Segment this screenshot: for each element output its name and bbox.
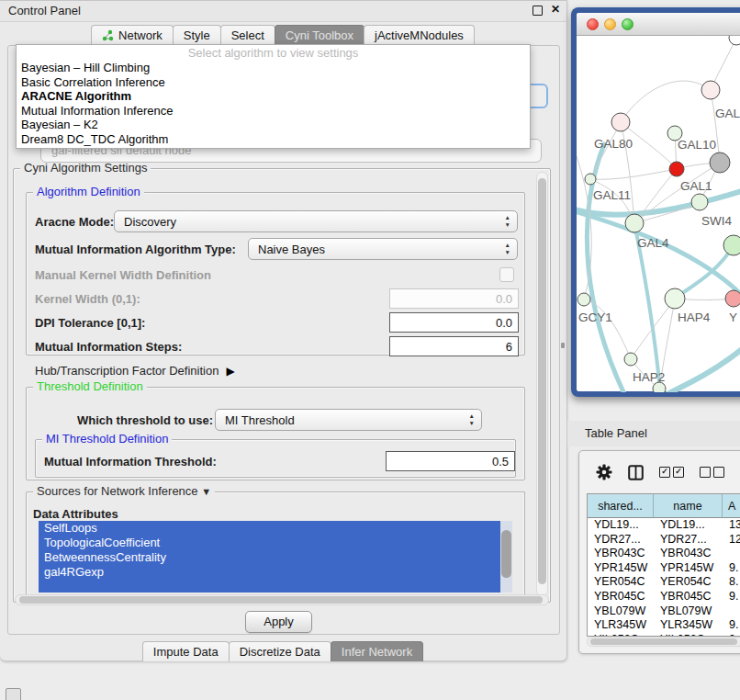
mi-steps-field[interactable] [389,336,519,356]
network-view-window[interactable]: GALGAL80GAL10GAL1GAL11SWI4GAL4GCY1HAP4YH… [571,7,740,397]
node-table[interactable]: shared... name A YDL19...YDL19...13YDR27… [587,493,740,637]
column-header-partial[interactable]: A [723,494,740,518]
network-node[interactable] [701,81,720,99]
apply-button[interactable]: Apply [245,611,312,633]
table-cell[interactable]: 8. [723,575,740,590]
table-horizontal-scrollbar[interactable] [587,637,740,647]
table-cell[interactable]: YLR345W [588,618,654,633]
table-row[interactable]: YBR045CYBR045C9. [588,590,740,604]
tab-style[interactable]: Style [173,25,221,45]
network-node[interactable] [669,162,684,176]
mi-algorithm-type-select[interactable]: Naive Bayes ▲▼ [248,238,518,260]
table-row[interactable]: YBR043CYBR043C [588,547,740,561]
network-node[interactable] [710,152,730,173]
table-row[interactable]: YLR345WYLR345W9. [588,618,740,633]
network-node[interactable] [691,194,708,210]
deselect-all-checkboxes-icon[interactable] [700,467,724,478]
mi-threshold-field[interactable] [386,451,515,471]
network-node[interactable] [723,235,740,255]
table-cell[interactable]: YDR27... [588,533,654,548]
column-header-name[interactable]: name [654,494,723,518]
dpi-tolerance-field[interactable] [389,312,519,333]
network-node[interactable] [611,113,630,131]
list-scrollbar[interactable] [500,521,512,593]
algorithm-option[interactable]: Dream8 DC_TDC Algorithm [17,132,530,147]
table-cell[interactable]: YDR27... [654,533,723,548]
table-cell[interactable]: 12 [723,533,740,548]
window-minimize-icon[interactable] [604,18,616,30]
table-cell[interactable]: YDL19... [654,518,723,533]
panel-splitter-handle[interactable] [561,343,565,348]
settings-horizontal-scrollbar[interactable] [15,594,549,605]
data-attributes-list[interactable]: SelfLoopsTopologicalCoefficientBetweenne… [39,521,512,593]
float-window-icon[interactable] [533,6,543,16]
network-node[interactable] [665,288,685,309]
kernel-width-field[interactable] [389,288,519,309]
close-icon[interactable]: ✕ [551,3,560,16]
network-node[interactable] [725,290,740,307]
network-node[interactable] [625,214,644,232]
table-cell[interactable] [723,604,740,619]
table-row[interactable]: YPR145WYPR145W9. [588,561,740,576]
tab-select[interactable]: Select [220,25,275,45]
dock-panel-icon[interactable] [6,688,21,700]
table-cell[interactable]: YPR145W [588,561,654,576]
select-all-checkboxes-icon[interactable]: ✓✓ [659,467,684,478]
algorithm-option[interactable]: Bayesian – Hill Climbing [17,61,530,75]
attribute-item[interactable]: SelfLoops [39,521,500,536]
table-row[interactable]: YBL079WYBL079W [588,604,740,619]
table-cell[interactable]: YBR045C [588,590,654,604]
table-row[interactable]: YDR27...YDR27...12 [588,533,740,548]
algorithm-option[interactable]: Basic Correlation Inference [17,75,530,90]
attribute-item[interactable]: TopologicalCoefficient [39,536,500,550]
table-cell[interactable]: 13 [723,518,740,533]
table-cell[interactable]: YER054C [588,575,654,590]
table-cell[interactable]: YBL079W [654,604,723,619]
network-node[interactable] [729,36,740,45]
manual-kernel-checkbox[interactable] [499,267,514,282]
expanded-arrow-icon: ▼ [201,486,211,497]
table-cell[interactable] [723,547,740,561]
table-cell[interactable]: 9. [723,590,740,604]
gear-icon[interactable] [596,464,612,480]
tab-discretize-data[interactable]: Discretize Data [229,641,331,661]
attribute-item[interactable]: gal4RGexp [39,565,500,580]
table-cell[interactable]: YPR145W [654,561,723,576]
settings-vertical-scrollbar[interactable] [536,172,548,596]
table-cell[interactable]: YLR345W [654,618,723,633]
aracne-mode-select[interactable]: Discovery ▲▼ [114,210,518,232]
algorithm-option[interactable]: Bayesian – K2 [17,118,530,132]
window-close-icon[interactable] [587,18,599,30]
tab-network[interactable]: Network [91,25,174,45]
network-canvas[interactable]: GALGAL80GAL10GAL1GAL11SWI4GAL4GCY1HAP4YH… [577,36,740,392]
algorithm-option[interactable]: ARACNE Algorithm [17,89,530,104]
network-node[interactable] [653,382,666,392]
which-threshold-select[interactable]: MI Threshold ▲▼ [215,409,482,431]
network-node[interactable] [577,293,590,306]
algorithm-option[interactable]: Mutual Information Inference [17,104,530,119]
hub-definition-toggle[interactable]: Hub/Transcription Factor Definition▶ [35,364,235,378]
table-cell[interactable]: YBR043C [588,547,654,561]
network-node[interactable] [624,353,637,366]
table-row[interactable]: YER054CYER054C8. [588,575,740,590]
column-header-shared-name[interactable]: shared... [588,494,654,518]
table-cell[interactable]: 9. [723,561,740,576]
tab-infer-network[interactable]: Infer Network [331,641,423,661]
table-row[interactable]: YDL19...YDL19...13 [588,518,740,533]
sources-title[interactable]: Sources for Network Inference ▼ [33,484,215,498]
window-zoom-icon[interactable] [622,18,633,30]
table-panel-header: Table Panel [567,421,740,446]
attribute-item[interactable]: BetweennessCentrality [39,550,500,565]
table-cell[interactable]: YBL079W [588,604,654,619]
table-cell[interactable]: YDL19... [588,518,654,533]
table-cell[interactable]: YER054C [654,575,723,590]
network-node[interactable] [585,174,596,185]
table-cell[interactable]: YBR045C [654,590,723,604]
stepper-arrows-icon: ▲▼ [505,214,510,229]
tab-impute-data[interactable]: Impute Data [142,641,230,661]
table-cell[interactable]: YBR043C [654,547,723,561]
tab-jactivemnodules[interactable]: jActiveMNodules [364,25,475,45]
table-cell[interactable]: 9. [723,618,740,633]
tab-cyni-toolbox[interactable]: Cyni Toolbox [275,25,364,45]
columns-icon[interactable] [628,465,644,480]
